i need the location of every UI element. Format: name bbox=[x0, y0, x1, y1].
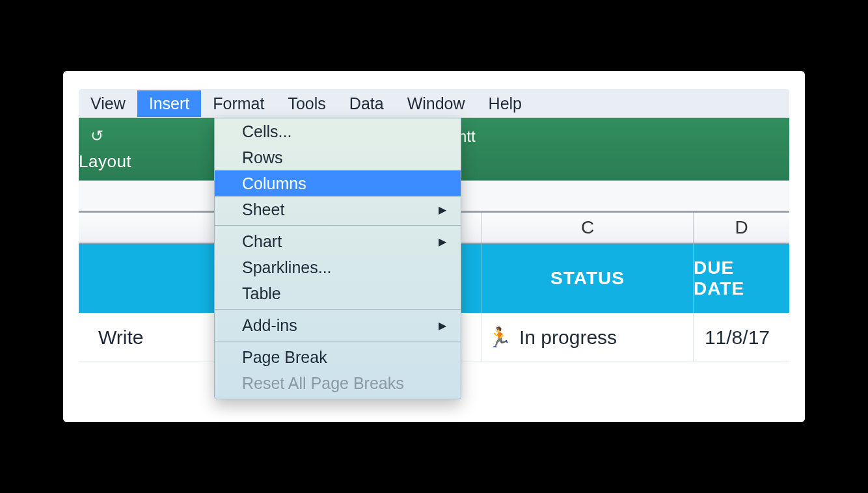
menu-view[interactable]: View bbox=[79, 90, 137, 117]
column-header-c[interactable]: C bbox=[482, 213, 694, 243]
dropdown-item-sheet[interactable]: Sheet ▶ bbox=[215, 196, 461, 222]
dropdown-label: Columns bbox=[242, 174, 306, 193]
dropdown-label: Sparklines... bbox=[242, 258, 332, 277]
table-header-status[interactable]: STATUS bbox=[482, 244, 694, 313]
insert-dropdown: Cells... Rows Columns Sheet ▶ Chart ▶ Sp… bbox=[214, 118, 461, 399]
menu-insert[interactable]: Insert bbox=[137, 90, 202, 117]
dropdown-label: Table bbox=[242, 284, 281, 303]
dropdown-item-chart[interactable]: Chart ▶ bbox=[215, 228, 461, 254]
running-person-icon: 🏃 bbox=[487, 326, 511, 349]
column-header-d[interactable]: D bbox=[694, 213, 789, 243]
dropdown-item-cells[interactable]: Cells... bbox=[215, 118, 461, 144]
menu-help[interactable]: Help bbox=[477, 90, 534, 117]
dropdown-label: Page Break bbox=[242, 348, 327, 367]
cell-status[interactable]: 🏃 In progress bbox=[482, 313, 694, 362]
due-date-text: 11/8/17 bbox=[705, 326, 770, 349]
dropdown-separator bbox=[215, 309, 461, 310]
dropdown-item-addins[interactable]: Add-ins ▶ bbox=[215, 312, 461, 338]
menu-data[interactable]: Data bbox=[338, 90, 396, 117]
chevron-right-icon: ▶ bbox=[439, 204, 446, 216]
dropdown-label: Add-ins bbox=[242, 316, 297, 335]
dropdown-item-table[interactable]: Table bbox=[215, 280, 461, 306]
menu-tools[interactable]: Tools bbox=[276, 90, 337, 117]
dropdown-label: Cells... bbox=[242, 122, 292, 141]
app-frame: View Insert Format Tools Data Window Hel… bbox=[63, 71, 805, 422]
cell-due-date[interactable]: 11/8/17 bbox=[694, 313, 789, 362]
dropdown-separator bbox=[215, 225, 461, 226]
status-text: In progress bbox=[519, 326, 617, 349]
chevron-right-icon: ▶ bbox=[439, 235, 446, 248]
chevron-right-icon: ▶ bbox=[439, 319, 446, 332]
menu-window[interactable]: Window bbox=[396, 90, 477, 117]
dropdown-item-reset-page-breaks[interactable]: Reset All Page Breaks bbox=[215, 370, 461, 396]
dropdown-label: Sheet bbox=[242, 200, 284, 219]
table-header-due-date[interactable]: DUE DATE bbox=[694, 244, 789, 313]
dropdown-label: Rows bbox=[242, 148, 283, 167]
dropdown-item-rows[interactable]: Rows bbox=[215, 144, 461, 170]
ribbon-tab-layout[interactable]: Layout bbox=[79, 152, 225, 172]
dropdown-label: Reset All Page Breaks bbox=[242, 374, 404, 393]
menubar: View Insert Format Tools Data Window Hel… bbox=[79, 89, 789, 118]
dropdown-item-sparklines[interactable]: Sparklines... bbox=[215, 254, 461, 280]
undo-icon[interactable]: ↺ bbox=[90, 127, 225, 145]
dropdown-separator bbox=[215, 341, 461, 341]
dropdown-item-columns[interactable]: Columns bbox=[215, 170, 461, 196]
ribbon-left: ↺ Layout bbox=[79, 118, 225, 180]
menu-format[interactable]: Format bbox=[201, 90, 276, 117]
dropdown-label: Chart bbox=[242, 232, 282, 251]
dropdown-item-page-break[interactable]: Page Break bbox=[215, 344, 461, 370]
task-text: Write bbox=[98, 326, 143, 349]
